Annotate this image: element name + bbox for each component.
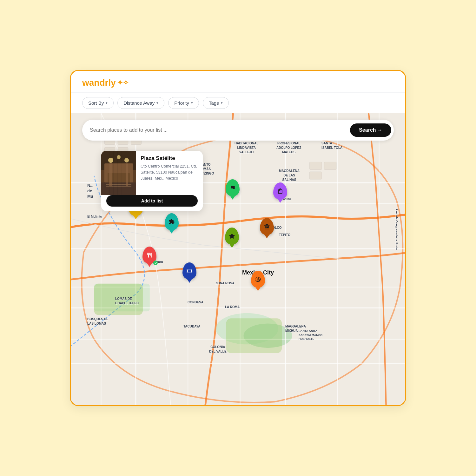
pin-food-red[interactable] — [142, 247, 156, 264]
filter-distance-label: Distance Away — [123, 100, 155, 106]
svg-point-34 — [108, 158, 113, 163]
search-button[interactable]: Search → — [350, 123, 391, 137]
filter-priority-label: Priority — [174, 100, 189, 106]
chevron-down-icon: ▾ — [156, 101, 158, 105]
search-bar: Search → — [82, 120, 394, 141]
pin-bag-purple-body — [273, 182, 287, 200]
svg-rect-33 — [108, 173, 130, 186]
svg-rect-28 — [94, 284, 143, 315]
svg-rect-31 — [101, 170, 136, 195]
svg-rect-38 — [106, 184, 131, 185]
svg-rect-26 — [324, 162, 336, 169]
pin-star-olive[interactable] — [225, 228, 239, 245]
svg-rect-29 — [226, 318, 282, 353]
popup-content: Plaza Satélite Cto Centro Comercial 2251… — [136, 151, 203, 195]
app-container: wandrly ✦✧ Sort By ▾ Distance Away ▾ Pri… — [70, 70, 406, 406]
pin-basketball-orange-body — [251, 271, 265, 288]
popup-image — [101, 151, 136, 195]
popup-name: Plaza Satélite — [141, 155, 198, 162]
chevron-down-icon: ▾ — [221, 101, 223, 105]
popup-footer: Add to list — [101, 195, 203, 211]
svg-point-35 — [117, 155, 121, 159]
popup-address: Cto Centro Comercial 2251, Cd. Satélite,… — [141, 163, 198, 181]
filter-priority[interactable]: Priority ▾ — [168, 97, 199, 109]
chevron-down-icon: ▾ — [191, 101, 193, 105]
pin-flag-green[interactable] — [226, 179, 240, 196]
pin-puzzle-teal[interactable] — [165, 213, 179, 230]
filter-sort-by[interactable]: Sort By ▾ — [82, 97, 114, 109]
pin-food-red-body — [142, 247, 156, 264]
pin-museum-gold-body — [260, 218, 274, 235]
filter-tags[interactable]: Tags ▾ — [203, 97, 229, 109]
filter-bar: Sort By ▾ Distance Away ▾ Priority ▾ Tag… — [71, 93, 405, 113]
pin-basketball-orange[interactable] — [251, 271, 265, 288]
pin-ticket-navy-body — [182, 262, 196, 280]
pin-star-olive-body — [225, 228, 239, 245]
map-area: HABITACIONALLINDAVISTAVALLEJO PROFESIONA… — [71, 113, 405, 405]
pin-museum-gold[interactable] — [260, 218, 274, 235]
svg-rect-25 — [310, 162, 322, 169]
svg-rect-41 — [126, 163, 128, 186]
logo: wandrly ✦✧ — [82, 78, 394, 88]
svg-rect-30 — [101, 151, 136, 195]
svg-point-36 — [124, 158, 129, 162]
popup-image-sim — [101, 151, 136, 195]
pin-bag-purple[interactable] — [273, 182, 287, 200]
search-input[interactable] — [90, 127, 350, 133]
svg-rect-39 — [106, 186, 131, 187]
place-popup: Plaza Satélite Cto Centro Comercial 2251… — [101, 151, 203, 211]
logo-sparkle: ✦✧ — [117, 79, 129, 87]
filter-sort-by-label: Sort By — [88, 100, 104, 106]
popup-inner: Plaza Satélite Cto Centro Comercial 2251… — [101, 151, 203, 195]
header: wandrly ✦✧ — [71, 71, 405, 93]
filter-tags-label: Tags — [209, 100, 219, 106]
pin-puzzle-teal-body — [165, 213, 179, 230]
svg-rect-32 — [104, 163, 133, 182]
filter-distance-away[interactable]: Distance Away ▾ — [117, 97, 164, 109]
add-to-list-button[interactable]: Add to list — [106, 195, 198, 207]
chevron-down-icon: ▾ — [106, 101, 108, 105]
svg-rect-40 — [109, 163, 112, 186]
svg-rect-27 — [310, 172, 322, 179]
logo-text: wandrly — [82, 78, 116, 88]
pin-ticket-navy[interactable] — [182, 262, 196, 280]
svg-rect-37 — [101, 182, 136, 195]
pin-flag-green-body — [226, 179, 240, 196]
